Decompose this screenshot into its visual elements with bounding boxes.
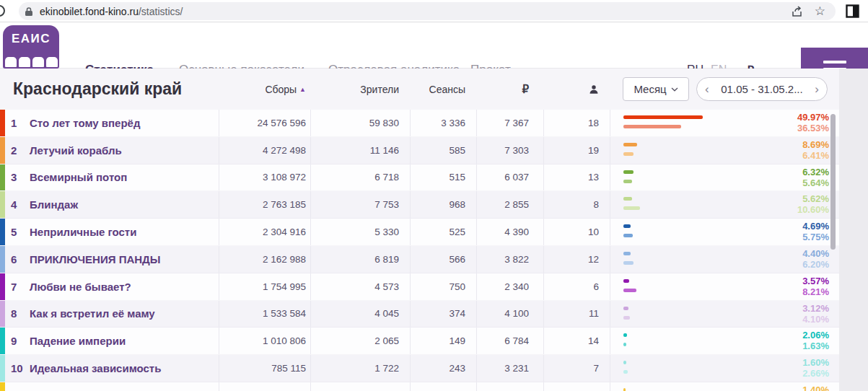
cinema-seats-icon	[5, 57, 58, 67]
prev-period-arrow[interactable]: ‹	[697, 82, 717, 97]
region-title: Краснодарский край	[0, 79, 219, 99]
column-header-viewers[interactable]: Зрители	[310, 84, 410, 95]
share-bar-primary	[623, 333, 627, 337]
sessions-value: 525	[410, 219, 476, 245]
table-row[interactable]: 4 Блиндаж 2 763 185 7 753 968 2 855 8 5.…	[0, 191, 839, 219]
table-row[interactable]: 10 Идеальная зависимость 785 115 1 722 2…	[0, 355, 839, 382]
share-bar-primary	[623, 197, 632, 201]
table-row[interactable]: 5 Неприличные гости 2 304 916 5 330 525 …	[0, 219, 839, 246]
avg-price-value: 6 784	[476, 328, 543, 354]
share-bar-primary	[623, 307, 628, 310]
logo-text: ЕАИС	[3, 32, 59, 46]
rank-color-strip	[0, 246, 5, 273]
avg-price-value: 3 231	[476, 355, 543, 382]
table-row[interactable]: 1 Сто лет тому вперёд 24 576 596 59 830 …	[0, 110, 839, 137]
right-gutter	[839, 69, 868, 391]
film-title[interactable]: Всемирный потоп	[30, 171, 127, 183]
sessions-value: 585	[410, 137, 476, 164]
share-bars-cell: 5.62% 10.60%	[610, 191, 839, 218]
gross-value: 785 115	[219, 355, 310, 382]
period-select[interactable]: Месяц	[623, 77, 689, 101]
film-title[interactable]: Идеальная зависимость	[30, 362, 161, 374]
address-bar[interactable]: ekinobilet.fond-kino.ru/statistics/ ☆	[19, 2, 836, 20]
table-row[interactable]: 2 Летучий корабль 4 272 498 11 146 585 7…	[0, 137, 839, 164]
film-title[interactable]: Летучий корабль	[30, 144, 122, 157]
avg-price-value: 4 100	[476, 301, 543, 328]
film-title[interactable]: Падение империи	[30, 335, 126, 347]
gross-value: 1 754 995	[219, 273, 310, 300]
reload-icon[interactable]	[0, 5, 5, 17]
share-percent-primary: 1.60%	[802, 357, 829, 368]
share-percent-secondary: 2.66%	[802, 368, 829, 379]
rank-color-strip	[0, 191, 5, 218]
table-row[interactable]: 7 Любви не бывает? 1 754 995 4 573 750 2…	[0, 273, 839, 301]
sessions-value: 750	[410, 273, 476, 300]
rank-number: 8	[11, 307, 30, 320]
site-header: ЕАИС Статистика Основные показатели Отра…	[0, 22, 868, 69]
scrollbar-thumb[interactable]	[830, 114, 836, 250]
bookmark-star-icon[interactable]: ☆	[815, 5, 825, 17]
table-row[interactable]: 6 ПРИКЛЮЧЕНИЯ ПАНДЫ 2 162 988 6 819 566 …	[0, 246, 839, 273]
table-row[interactable]: 8 Как я встретил её маму 1 533 584 4 045…	[0, 301, 839, 328]
share-icon[interactable]	[790, 6, 803, 17]
film-title[interactable]: Как я встретил её маму	[30, 307, 155, 320]
next-period-arrow[interactable]: ›	[807, 82, 827, 97]
period-label: Месяц	[634, 83, 666, 95]
share-bar-primary	[623, 115, 703, 119]
column-header-halls[interactable]	[543, 84, 610, 95]
rank-color-strip	[0, 301, 5, 328]
date-range-picker[interactable]: ‹ 01.05 - 31.05.2... ›	[696, 77, 828, 101]
share-bar-secondary	[623, 370, 628, 374]
table-row[interactable]: 11 1.40%	[0, 382, 839, 391]
rank-color-strip	[0, 164, 5, 191]
film-title[interactable]: Любви не бывает?	[30, 281, 131, 293]
table-row[interactable]: 9 Падение империи 1 010 806 2 065 149 6 …	[0, 328, 839, 355]
halls-value: 6	[543, 273, 610, 300]
share-percent-secondary: 10.60%	[797, 204, 829, 215]
rank-number: 9	[11, 335, 30, 347]
column-header-gross[interactable]: Сборы ▲	[219, 84, 310, 95]
film-title[interactable]: Неприличные гости	[30, 226, 136, 238]
share-bars-cell: 4.40% 6.20%	[610, 246, 839, 273]
film-title[interactable]: Сто лет тому вперёд	[30, 117, 140, 129]
share-percent-secondary: 36.53%	[797, 123, 829, 133]
film-title[interactable]: ПРИКЛЮЧЕНИЯ ПАНДЫ	[30, 253, 160, 265]
share-bar-primary	[623, 361, 626, 364]
share-bar-secondary	[623, 180, 632, 183]
url-text: ekinobilet.fond-kino.ru/statistics/	[40, 6, 183, 17]
viewers-value: 11 146	[310, 137, 410, 164]
sessions-value: 243	[410, 355, 476, 382]
share-percent-secondary: 6.41%	[802, 150, 829, 161]
avg-price-value: 3 822	[476, 246, 543, 273]
film-title[interactable]: Блиндаж	[30, 198, 78, 211]
halls-value: 12	[543, 246, 610, 273]
sessions-value: 968	[410, 191, 476, 218]
share-bar-secondary	[623, 152, 634, 156]
table-row[interactable]: 3 Всемирный потоп 3 108 972 6 718 515 6 …	[0, 164, 839, 192]
eais-logo[interactable]: ЕАИС	[3, 25, 59, 69]
rank-number: 5	[11, 226, 30, 238]
share-percent-secondary: 6.20%	[802, 259, 829, 270]
share-percent-primary: 2.06%	[802, 330, 829, 341]
share-bars-cell: 1.40%	[610, 382, 839, 391]
column-header-sessions[interactable]: Сеансы	[410, 84, 476, 95]
share-bars-cell: 1.60% 2.66%	[610, 355, 839, 382]
rank-number: 7	[11, 281, 30, 293]
rank-number: 10	[11, 362, 30, 374]
share-bar-secondary	[623, 316, 630, 320]
side-panel-icon[interactable]	[846, 4, 859, 18]
viewers-value: 6 718	[310, 164, 410, 191]
share-bar-primary	[623, 388, 626, 391]
share-percent-secondary: 8.21%	[802, 286, 829, 297]
share-percent-primary: 8.69%	[802, 139, 829, 150]
halls-value: 14	[543, 328, 610, 354]
rank-number: 1	[11, 117, 30, 129]
gross-value: 4 272 498	[219, 137, 310, 164]
share-percent-primary: 3.12%	[802, 303, 829, 314]
date-range-label: 01.05 - 31.05.2...	[717, 83, 807, 95]
avg-price-value	[476, 382, 543, 391]
column-header-price[interactable]: ₽	[476, 83, 543, 96]
sessions-value: 149	[410, 328, 476, 354]
url-path: /statistics/	[139, 6, 183, 17]
share-bars-cell: 3.57% 8.21%	[610, 273, 839, 300]
